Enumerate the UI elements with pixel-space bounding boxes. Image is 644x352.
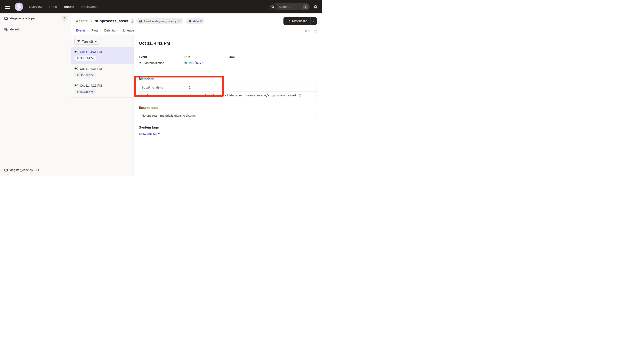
run-status-dot xyxy=(184,61,187,64)
system-tags-heading: System tags xyxy=(139,126,316,129)
event-list-item[interactable]: Oct 11, 4:22 PM 637aed75 xyxy=(71,81,134,98)
code-location-sidebar: dagster_code.py 1 default dagster_code.p… xyxy=(0,13,71,176)
asset-group-label: default xyxy=(10,28,20,31)
materialization-sparkle-icon xyxy=(74,67,78,70)
metadata-key: total_orders xyxy=(139,83,186,91)
materialize-button[interactable]: Materialize xyxy=(284,17,310,25)
grid-icon xyxy=(139,19,142,23)
hamburger-menu-button[interactable] xyxy=(5,5,10,9)
materialize-dropdown-button[interactable] xyxy=(310,17,317,25)
sidebar-footer-code-location[interactable]: dagster_code.py xyxy=(0,164,71,176)
metadata-value: /Users/yuhan/dev/local/dagster_home/stor… xyxy=(186,91,310,99)
caret-down-icon xyxy=(313,21,314,22)
metadata-path-link[interactable]: /Users/yuhan/dev/local/dagster_home/stor… xyxy=(189,94,297,97)
top-nav: Overview Runs Assets Deployment / xyxy=(0,0,322,13)
nav-item-runs[interactable]: Runs xyxy=(50,5,57,8)
asset-group-icon xyxy=(188,19,192,23)
source-data-heading: Source data xyxy=(139,106,316,110)
settings-gear-button[interactable] xyxy=(313,5,317,9)
code-location-link[interactable]: dagster_code.py xyxy=(155,19,176,23)
materialize-split-button[interactable]: Materialize xyxy=(284,17,317,25)
asset-tabs: Events Plots Definition Lineage xyxy=(76,29,134,35)
chevron-down-icon xyxy=(94,40,97,43)
event-timestamp: Oct 11, 4:33 PM xyxy=(80,67,102,70)
run-tag[interactable]: 9dbf617e xyxy=(74,55,96,61)
copy-icon xyxy=(298,94,302,97)
show-tags-toggle[interactable]: Show tags (2) xyxy=(139,132,160,135)
chevron-right-icon xyxy=(90,19,93,23)
job-empty-value: — xyxy=(229,61,232,64)
metadata-value: 2 xyxy=(186,83,310,91)
run-status-dot xyxy=(77,74,78,76)
run-id-link: 359cdbfc xyxy=(80,73,94,77)
event-type-value: Materialization xyxy=(144,61,164,65)
search-icon xyxy=(269,3,277,10)
asset-in-prefix: Asset in xyxy=(144,19,154,23)
run-tag[interactable]: 359cdbfc xyxy=(74,72,96,77)
asset-page-header: Assets subprocess_asset Asset in dagster… xyxy=(71,13,322,35)
tab-events[interactable]: Events xyxy=(76,29,86,35)
asset-group-link[interactable]: default xyxy=(193,19,202,23)
event-detail-panel: Oct 11, 4:41 PM Event Materialization xyxy=(134,35,322,176)
event-column-label: Event xyxy=(139,55,184,59)
metadata-heading: Metadata xyxy=(139,77,316,81)
run-id-link[interactable]: 9dbf617e xyxy=(189,61,203,64)
breadcrumb-assets-link[interactable]: Assets xyxy=(76,19,88,23)
asset-definition-tag[interactable]: Asset in dagster_code.py xyxy=(136,18,183,24)
event-list-panel: Type (2) Oct 11, 4:41 PM xyxy=(71,35,134,176)
run-status-dot xyxy=(77,57,78,59)
refresh-icon xyxy=(313,29,317,33)
event-type-filter-button[interactable]: Type (2) xyxy=(74,38,100,45)
tab-plots[interactable]: Plots xyxy=(91,29,98,35)
refresh-icon[interactable] xyxy=(178,20,181,22)
funnel-icon xyxy=(77,40,80,43)
footer-code-location-label: dagster_code.py xyxy=(10,168,33,172)
dagster-logo xyxy=(15,2,23,11)
event-timestamp: Oct 11, 4:41 PM xyxy=(80,50,102,54)
event-detail-title: Oct 11, 4:41 PM xyxy=(139,41,316,46)
metadata-row: path /Users/yuhan/dev/local/dagster_home… xyxy=(139,91,316,99)
refresh-page-button[interactable] xyxy=(313,29,317,33)
copy-asset-name-button[interactable] xyxy=(130,19,134,23)
run-status-dot xyxy=(77,91,78,93)
global-search[interactable]: / xyxy=(269,3,310,10)
materialization-sparkle-icon xyxy=(74,84,78,87)
event-list-item[interactable]: Oct 11, 4:41 PM 9dbf617e xyxy=(71,47,134,64)
asset-group-icon xyxy=(4,27,8,31)
folder-icon xyxy=(4,16,8,20)
search-input[interactable] xyxy=(277,5,303,8)
sparkle-icon xyxy=(287,19,290,23)
primary-nav: Overview Runs Assets Deployment xyxy=(29,5,98,8)
breadcrumb: Assets subprocess_asset xyxy=(76,19,134,23)
page-title: subprocess_asset xyxy=(95,19,128,23)
tab-lineage[interactable]: Lineage xyxy=(123,29,134,35)
materialization-sparkle-icon xyxy=(139,61,142,65)
metadata-row: total_orders 2 xyxy=(139,83,316,91)
nav-item-overview[interactable]: Overview xyxy=(29,5,42,8)
source-data-empty-state: No upstream materializations to display. xyxy=(139,112,316,119)
reload-code-location-button[interactable] xyxy=(36,168,40,172)
job-column-label: Job xyxy=(229,55,316,59)
run-id-link: 9dbf617e xyxy=(80,57,94,60)
run-column-label: Run xyxy=(184,55,229,59)
metadata-table: total_orders 2 path /Users/yuhan/dev/loc… xyxy=(139,83,316,99)
nav-item-deployment[interactable]: Deployment xyxy=(81,5,98,8)
copy-path-button[interactable] xyxy=(298,94,302,97)
nav-item-assets[interactable]: Assets xyxy=(64,5,74,8)
asset-group-tag[interactable]: default xyxy=(186,18,204,24)
metadata-key: path xyxy=(139,91,186,99)
sidebar-item-code-location[interactable]: dagster_code.py 1 xyxy=(0,13,71,23)
asset-count-badge: 1 xyxy=(62,16,67,21)
run-id-link: 637aed75 xyxy=(80,90,94,93)
run-tag[interactable]: 637aed75 xyxy=(74,89,96,94)
event-list-item[interactable]: Oct 11, 4:33 PM 359cdbfc xyxy=(71,64,134,81)
sidebar-item-default-group[interactable]: default xyxy=(0,26,71,33)
refresh-timer: 0:05 xyxy=(305,29,311,33)
code-location-label: dagster_code.py xyxy=(10,16,35,20)
tab-definition[interactable]: Definition xyxy=(104,29,117,35)
copy-icon xyxy=(130,19,134,23)
folder-icon xyxy=(4,168,8,172)
search-shortcut-key: / xyxy=(303,4,308,9)
reload-icon xyxy=(36,168,40,172)
hamburger-icon xyxy=(5,5,10,5)
